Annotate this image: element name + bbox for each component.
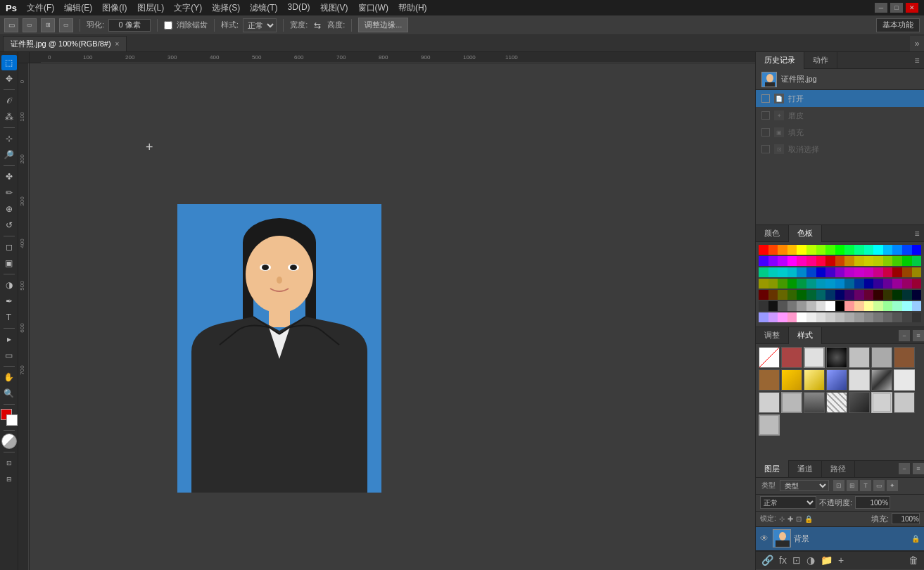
color-swatch-2-4[interactable] (797, 267, 806, 277)
color-swatch-1-3[interactable] (787, 256, 797, 266)
menu-3d[interactable]: 3D(D) (284, 1, 315, 15)
color-swatch-0-15[interactable] (902, 245, 912, 255)
color-swatch-3-16[interactable] (912, 279, 922, 289)
color-swatch-2-1[interactable] (768, 267, 778, 277)
layers-collapse[interactable]: − (899, 463, 910, 474)
color-swatch-4-9[interactable] (844, 290, 854, 300)
color-swatch-0-7[interactable] (825, 245, 835, 255)
color-swatch-1-6[interactable] (816, 256, 826, 266)
color-swatch-0-12[interactable] (873, 245, 883, 255)
color-swatch-5-6[interactable] (816, 301, 826, 311)
lasso-tool[interactable]: 𝒪 (1, 93, 17, 108)
style-16[interactable] (804, 392, 825, 413)
color-swatch-4-1[interactable] (768, 290, 778, 300)
tab-channels[interactable]: 通道 (789, 460, 822, 477)
color-swatch-0-13[interactable] (883, 245, 893, 255)
rect-marquee-tool[interactable]: ⬚ (1, 55, 17, 70)
color-panel-menu[interactable]: ≡ (910, 225, 924, 242)
hand-tool[interactable]: ✋ (1, 369, 17, 385)
color-swatch-6-3[interactable] (787, 312, 797, 322)
document-tab[interactable]: 证件照.jpg @ 100%(RGB/8#) × (3, 36, 127, 51)
opacity-input[interactable] (855, 496, 890, 509)
color-swatch-5-8[interactable] (835, 301, 845, 311)
color-swatch-0-9[interactable] (844, 245, 854, 255)
brush-tool[interactable]: ✏ (1, 185, 17, 201)
layer-visibility-eye[interactable]: 👁 (760, 533, 770, 543)
tab-close-button[interactable]: × (115, 40, 120, 48)
tab-paths[interactable]: 路径 (822, 460, 855, 477)
layers-type-select[interactable]: 类型 (780, 480, 829, 491)
color-swatch-5-9[interactable] (844, 301, 854, 311)
layer-item-background[interactable]: 👁 背景 🔒 (756, 527, 924, 551)
menu-image[interactable]: 图像(I) (98, 1, 131, 15)
tab-layers[interactable]: 图层 (756, 460, 789, 477)
rect-select-sub-btn[interactable]: ▭ (59, 18, 73, 32)
color-swatch-6-13[interactable] (883, 312, 893, 322)
color-swatch-1-16[interactable] (912, 256, 922, 266)
color-swatch-5-2[interactable] (778, 301, 787, 311)
color-swatch-5-3[interactable] (787, 301, 797, 311)
menu-edit[interactable]: 编辑(E) (60, 1, 96, 15)
add-adjustment-btn[interactable]: ◑ (806, 555, 815, 566)
color-swatch-4-5[interactable] (806, 290, 816, 300)
color-swatch-5-12[interactable] (873, 301, 883, 311)
color-swatch-5-15[interactable] (902, 301, 912, 311)
fill-input[interactable] (892, 513, 920, 524)
pen-tool[interactable]: ✒ (1, 293, 17, 309)
tab-style[interactable]: 样式 (789, 327, 822, 344)
tab-actions[interactable]: 动作 (804, 52, 837, 69)
quick-select-tool[interactable]: ⁂ (1, 109, 17, 125)
style-18[interactable] (849, 392, 870, 413)
lock-artboard-btn[interactable]: ⊡ (796, 515, 802, 523)
color-swatch-4-11[interactable] (864, 290, 874, 300)
color-swatch-4-4[interactable] (797, 290, 806, 300)
color-swatch-6-8[interactable] (835, 312, 845, 322)
color-swatch-0-2[interactable] (778, 245, 787, 255)
color-swatch-3-10[interactable] (854, 279, 864, 289)
color-swatch-3-4[interactable] (797, 279, 806, 289)
color-swatch-3-8[interactable] (835, 279, 845, 289)
color-swatch-6-10[interactable] (854, 312, 864, 322)
color-swatch-2-5[interactable] (806, 267, 816, 277)
zoom-tool[interactable]: 🔍 (1, 386, 17, 401)
lock-position-btn[interactable]: ✚ (787, 515, 793, 523)
color-swatch-5-0[interactable] (759, 301, 768, 311)
add-fx-btn[interactable]: fx (779, 555, 787, 566)
history-item-open[interactable]: 📄 打开 (756, 90, 924, 107)
color-swatch-4-15[interactable] (902, 290, 912, 300)
menu-select[interactable]: 选择(S) (208, 1, 244, 15)
menu-view[interactable]: 视图(V) (316, 1, 353, 15)
color-swatch-3-0[interactable] (759, 279, 768, 289)
color-swatch-0-1[interactable] (768, 245, 778, 255)
tab-color[interactable]: 颜色 (756, 225, 789, 242)
style-2[interactable] (804, 347, 825, 368)
color-swatch-0-0[interactable] (759, 245, 768, 255)
color-swatch-1-12[interactable] (873, 256, 883, 266)
color-swatch-1-13[interactable] (883, 256, 893, 266)
layer-blend-mode-select[interactable]: 正常 (760, 496, 816, 509)
color-picker[interactable] (1, 409, 18, 426)
color-swatch-4-14[interactable] (892, 290, 902, 300)
adjust-panel-menu[interactable]: ≡ (913, 330, 924, 341)
shape-tool[interactable]: ▭ (1, 348, 17, 363)
color-swatch-1-7[interactable] (825, 256, 835, 266)
history-panel-menu[interactable]: ≡ (910, 52, 924, 69)
color-swatch-6-6[interactable] (816, 312, 826, 322)
color-swatch-1-0[interactable] (759, 256, 768, 266)
color-swatch-2-6[interactable] (816, 267, 826, 277)
style-7[interactable] (759, 369, 780, 391)
color-swatch-1-4[interactable] (797, 256, 806, 266)
color-swatch-2-14[interactable] (892, 267, 902, 277)
add-layer-btn[interactable]: + (838, 555, 844, 566)
screen-mode-button[interactable]: ⊡ (1, 455, 17, 471)
color-swatch-5-4[interactable] (797, 301, 806, 311)
color-swatch-4-10[interactable] (854, 290, 864, 300)
color-swatch-2-9[interactable] (844, 267, 854, 277)
menu-window[interactable]: 窗口(W) (354, 1, 393, 15)
menu-layer[interactable]: 图层(L) (133, 1, 169, 15)
color-swatch-4-0[interactable] (759, 290, 768, 300)
color-swatch-3-13[interactable] (883, 279, 893, 289)
background-color[interactable] (6, 414, 18, 426)
color-swatch-5-14[interactable] (892, 301, 902, 311)
color-swatch-1-15[interactable] (902, 256, 912, 266)
